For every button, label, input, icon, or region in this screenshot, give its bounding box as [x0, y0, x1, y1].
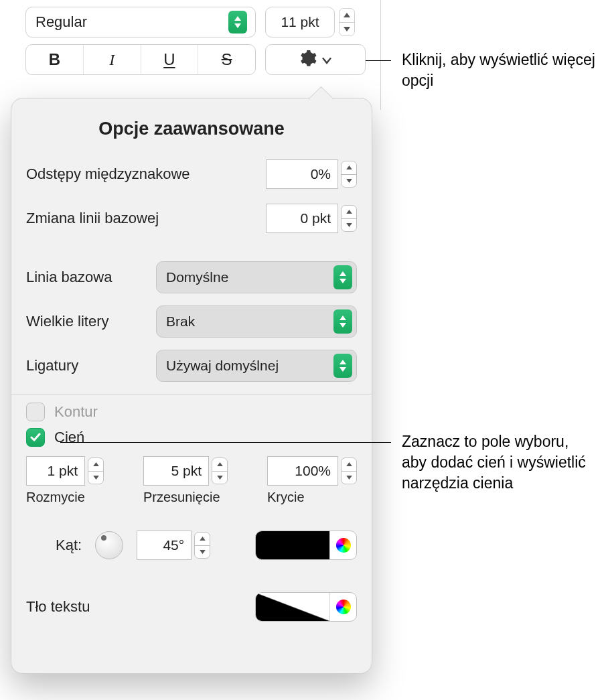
- advanced-options-button[interactable]: [265, 44, 366, 75]
- shadow-color-swatch[interactable]: [256, 531, 329, 559]
- italic-button[interactable]: I: [83, 45, 141, 74]
- chevron-updown-icon: [333, 265, 352, 289]
- shadow-label: Cień: [54, 429, 84, 446]
- character-spacing-stepper[interactable]: [341, 161, 357, 188]
- shadow-offset-field[interactable]: 5 pkt: [143, 456, 209, 486]
- stepper-down-icon[interactable]: [339, 22, 354, 36]
- baseline-shift-field[interactable]: 0 pkt: [266, 204, 338, 233]
- shadow-opacity-field[interactable]: 100%: [267, 456, 338, 486]
- chevron-updown-icon: [228, 11, 247, 33]
- shadow-blur-label: Rozmycie: [26, 490, 85, 505]
- color-picker-button[interactable]: [329, 593, 356, 621]
- shadow-color-well[interactable]: [255, 531, 357, 560]
- stepper-up-icon[interactable]: [339, 9, 354, 22]
- text-background-swatch[interactable]: [256, 593, 329, 621]
- baseline-label: Linia bazowa: [26, 269, 156, 286]
- color-picker-button[interactable]: [329, 531, 356, 559]
- shadow-opacity-stepper[interactable]: [341, 458, 357, 484]
- outline-checkbox[interactable]: [26, 403, 45, 421]
- text-style-segment: B I U S: [25, 44, 256, 75]
- text-background-label: Tło tekstu: [26, 598, 255, 616]
- color-wheel-icon: [336, 538, 351, 553]
- font-size-field[interactable]: 11 pkt: [265, 7, 335, 38]
- chevron-down-icon: [322, 52, 331, 68]
- baseline-shift-label: Zmiana linii bazowej: [26, 210, 266, 227]
- ligatures-select[interactable]: Używaj domyślnej: [156, 350, 357, 382]
- advanced-options-popover: Opcje zaawansowane Odstępy międzyznakowe…: [11, 98, 372, 674]
- outline-row: Kontur: [26, 403, 357, 421]
- callout-lead: [366, 60, 391, 61]
- popover-title: Opcje zaawansowane: [26, 119, 357, 139]
- font-size-value: 11 pkt: [281, 14, 319, 30]
- gear-icon: [299, 50, 317, 70]
- font-style-value: Regular: [35, 13, 228, 31]
- text-background-color-well[interactable]: [255, 592, 357, 622]
- baseline-shift-stepper[interactable]: [341, 205, 357, 232]
- callout-lead: [60, 442, 391, 443]
- outline-label: Kontur: [54, 403, 98, 421]
- shadow-checkbox[interactable]: [26, 428, 45, 447]
- chevron-updown-icon: [333, 309, 352, 334]
- caps-label: Wielkie litery: [26, 313, 156, 330]
- callout-shadow: Zaznacz to pole wyboru, aby dodać cień i…: [402, 431, 596, 494]
- color-wheel-icon: [336, 600, 351, 614]
- callout-gear: Kliknij, aby wyświetlić więcej opcji: [402, 50, 596, 91]
- bold-button[interactable]: B: [26, 45, 83, 74]
- underline-button[interactable]: U: [141, 45, 198, 74]
- shadow-angle-stepper[interactable]: [194, 532, 210, 559]
- shadow-angle-field[interactable]: 45°: [137, 531, 192, 560]
- caps-select[interactable]: Brak: [156, 305, 357, 338]
- chevron-updown-icon: [333, 354, 352, 378]
- strikethrough-button[interactable]: S: [198, 45, 255, 74]
- character-spacing-label: Odstępy międzyznakowe: [26, 165, 266, 183]
- shadow-opacity-label: Krycie: [267, 490, 305, 505]
- baseline-select[interactable]: Domyślne: [156, 261, 357, 293]
- character-spacing-field[interactable]: 0%: [266, 159, 338, 189]
- ligatures-label: Ligatury: [26, 357, 156, 374]
- font-size-stepper[interactable]: [339, 8, 355, 36]
- font-style-select[interactable]: Regular: [25, 7, 256, 38]
- shadow-blur-field[interactable]: 1 pkt: [26, 456, 85, 486]
- shadow-offset-stepper[interactable]: [212, 458, 228, 484]
- shadow-row: Cień: [26, 428, 357, 447]
- shadow-offset-label: Przesunięcie: [143, 490, 220, 505]
- shadow-blur-stepper[interactable]: [88, 458, 104, 484]
- shadow-angle-label: Kąt:: [56, 537, 82, 554]
- shadow-angle-dial[interactable]: [95, 531, 123, 559]
